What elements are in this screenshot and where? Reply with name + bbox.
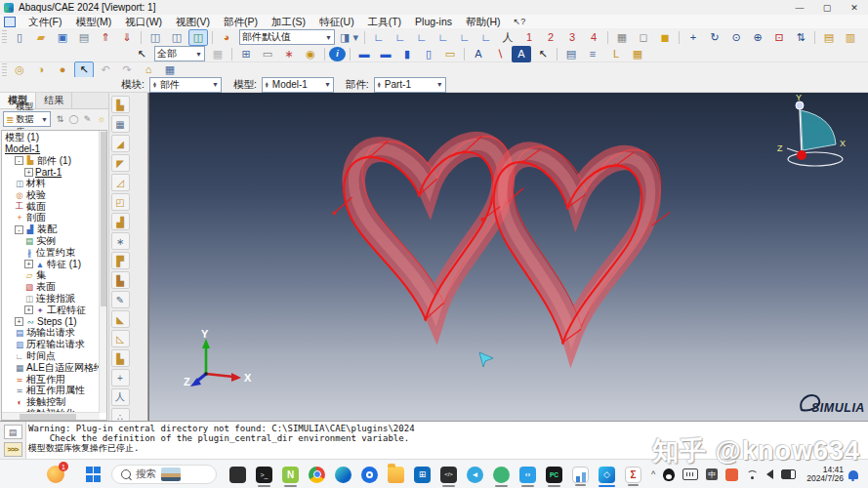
highlight-select-icon[interactable]: ◉ xyxy=(301,46,320,62)
annotate-text-icon[interactable]: A xyxy=(512,46,531,62)
context-help-icon[interactable]: ↖? xyxy=(508,17,532,26)
annotate-line-icon[interactable]: ∖ xyxy=(490,46,510,62)
menu-item-3[interactable]: 视口(W) xyxy=(118,15,169,28)
menu-item-4[interactable]: 视图(V) xyxy=(169,15,217,28)
menu-item-6[interactable]: 加工(S) xyxy=(265,15,312,28)
selection-layers-icon[interactable]: ⊞ xyxy=(236,46,256,62)
create-wire-tool[interactable]: ◿ xyxy=(111,174,130,191)
csys-y-icon[interactable]: ∟ xyxy=(455,29,475,46)
taskbar-app-terminal[interactable]: >_ xyxy=(256,467,272,483)
tree-filter-icon[interactable]: ◯ xyxy=(67,113,80,126)
kernel-cli-button[interactable]: >>> xyxy=(4,442,22,457)
pattern-tool[interactable]: ▙ xyxy=(111,271,130,289)
blend-tool[interactable]: ∗ xyxy=(111,232,130,250)
taskbar-app-player[interactable] xyxy=(361,467,378,483)
csys-yz-icon[interactable]: ∟ xyxy=(412,29,432,46)
select-entity-icon[interactable]: ↖ xyxy=(74,61,94,78)
viewport-layout-2-icon[interactable]: ▬ xyxy=(376,46,395,62)
triad-person-icon[interactable]: 人 xyxy=(498,29,517,46)
taskbar-app-origin[interactable]: Σ xyxy=(625,467,641,483)
csys-x-icon[interactable]: ∟ xyxy=(434,29,453,46)
create-solid-tool[interactable]: ◢ xyxy=(111,135,130,152)
datum-axis-tool[interactable]: 人 xyxy=(111,388,130,406)
partition-face-tool[interactable]: ▙ xyxy=(111,349,130,367)
battery-icon[interactable] xyxy=(781,469,796,479)
field-calculator-icon[interactable]: ▦ xyxy=(160,61,180,78)
taskbar-app-window[interactable] xyxy=(229,467,246,483)
link-viewports-icon[interactable]: ▭ xyxy=(440,46,460,62)
view-3-button[interactable]: 3 xyxy=(562,29,582,46)
tree-item[interactable]: +▲特征 (1) xyxy=(2,259,100,270)
view-cube-1-icon[interactable]: ◫ xyxy=(145,29,165,46)
tile-vertical-icon[interactable]: ▥ xyxy=(841,29,860,46)
annotate-edit-icon[interactable]: ↖ xyxy=(533,46,553,62)
parallel-cube-icon[interactable]: ◻ xyxy=(634,29,653,46)
taskbar-app-edge[interactable] xyxy=(335,467,351,483)
render-wireframe-icon[interactable]: ◎ xyxy=(10,61,29,78)
select-cursor-icon[interactable]: ↖ xyxy=(132,46,151,62)
module-select[interactable]: ▲▼ 部件▼ xyxy=(149,77,222,93)
tile-horizontal-icon[interactable]: ▤ xyxy=(819,29,839,46)
tree-item[interactable]: -▙部件 (1) xyxy=(2,155,100,167)
tray-overflow-icon[interactable]: ^ xyxy=(651,469,655,479)
perspective-text-icon[interactable]: ▦ xyxy=(612,29,632,46)
tab-结果[interactable]: 结果 xyxy=(36,93,72,108)
perspective-cube-icon[interactable]: ◼ xyxy=(655,29,675,46)
save-icon[interactable]: ▣ xyxy=(53,29,72,46)
taskbar-app-abaqus[interactable]: ◇ xyxy=(599,467,615,483)
print-icon[interactable]: ▤ xyxy=(74,29,94,46)
menu-item-10[interactable]: 帮助(H) xyxy=(459,15,508,28)
taskbar-app-chrome[interactable] xyxy=(309,467,325,483)
spinner-icon[interactable]: ▲▼ xyxy=(265,82,269,88)
keyboard-icon[interactable] xyxy=(682,468,698,480)
qq-icon[interactable] xyxy=(663,468,675,481)
viewport[interactable]: Y X Z Y X Z xyxy=(148,93,868,421)
taskbar-app-store[interactable]: ⊞ xyxy=(414,467,431,483)
taskbar-app-vscode[interactable]: ‹› xyxy=(519,467,536,483)
fit-view-icon[interactable]: ⊡ xyxy=(769,29,789,46)
tree-item[interactable]: 工截面 xyxy=(2,201,100,213)
part-select[interactable]: ▲▼ Part-1▼ xyxy=(374,77,446,93)
create-shell-tool[interactable]: ◤ xyxy=(111,154,130,172)
wifi-icon[interactable] xyxy=(746,470,759,479)
lock-model-icon[interactable]: ⌂ xyxy=(139,61,158,78)
taskbar-app-telegram[interactable]: ◄ xyxy=(467,467,483,483)
render-hidden-icon[interactable]: ◑ xyxy=(31,61,51,78)
tree-expand-icon[interactable]: ⇅ xyxy=(54,113,66,126)
view-cube-2-icon[interactable]: ◫ xyxy=(167,29,186,46)
view-1-button[interactable]: 1 xyxy=(519,29,539,46)
expand-icon[interactable]: + xyxy=(15,317,23,326)
selection-filter-select[interactable]: 全部▼ xyxy=(154,46,205,61)
part-manager-tool[interactable]: ▦ xyxy=(111,115,130,133)
menu-item-1[interactable]: 文件(F) xyxy=(21,15,68,28)
tree-edit-icon[interactable]: ✎ xyxy=(81,113,94,126)
drag-select-icon[interactable]: ▭ xyxy=(258,46,277,62)
create-cut-tool[interactable]: ◰ xyxy=(111,193,130,211)
tree-item[interactable]: 模型 (1) xyxy=(2,132,100,143)
viewport-grid-icon[interactable]: ▦ xyxy=(628,46,647,62)
tree-tip-icon[interactable]: ☼ xyxy=(95,113,107,126)
spinner-icon[interactable]: ▲▼ xyxy=(152,82,157,88)
collapse-icon[interactable]: - xyxy=(15,156,23,165)
notification-bell-icon[interactable] xyxy=(848,470,858,479)
view-2-button[interactable]: 2 xyxy=(541,29,560,46)
collapse-icon[interactable]: - xyxy=(15,225,23,234)
viewport-menu-icon[interactable] xyxy=(4,17,16,27)
csys-xy-icon[interactable]: ∟ xyxy=(369,29,389,46)
magnify-view-icon[interactable]: ⊙ xyxy=(726,29,746,46)
cycle-views-icon[interactable]: ⇅ xyxy=(791,29,810,46)
annotate-arrow-icon[interactable]: A xyxy=(469,46,488,62)
ime-icon[interactable]: 中 xyxy=(706,468,718,480)
tray-app-icon[interactable] xyxy=(725,468,738,481)
viewport-canvas[interactable]: Y X Z Y X Z xyxy=(149,93,868,421)
spinner-icon[interactable]: ▲▼ xyxy=(377,82,382,88)
expand-icon[interactable]: + xyxy=(24,260,33,268)
taskbar-app-chart[interactable] xyxy=(572,467,589,483)
maximize-button[interactable]: ▢ xyxy=(813,1,841,15)
datum-xyz-tool[interactable]: + xyxy=(111,369,130,386)
toolbar-grip[interactable] xyxy=(2,30,7,44)
toolbar-grip[interactable] xyxy=(2,63,7,77)
start-button[interactable] xyxy=(86,467,102,482)
display-group-select[interactable]: 部件默认值▼ xyxy=(239,29,335,45)
close-button[interactable]: ✕ xyxy=(841,1,868,15)
